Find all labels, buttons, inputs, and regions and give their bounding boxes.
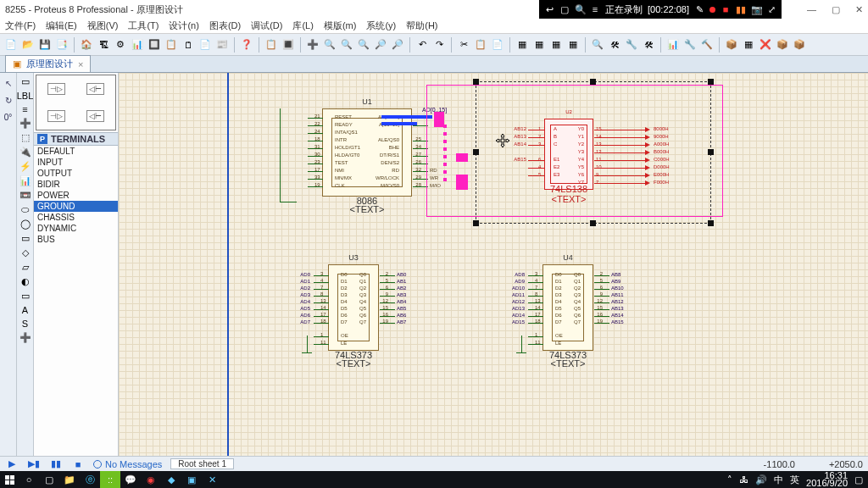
list-item[interactable]: DEFAULT xyxy=(34,146,118,157)
menu-item[interactable]: 工具(T) xyxy=(128,19,159,32)
toolbar-button[interactable]: 📄 xyxy=(490,37,505,53)
toolbar-button[interactable]: 📦 xyxy=(724,37,739,53)
pause-button[interactable]: ▮▮ xyxy=(49,458,63,470)
palette-button[interactable]: ⚡ xyxy=(19,161,31,172)
stop-button[interactable]: ■ xyxy=(71,458,85,470)
play-button[interactable]: ▶ xyxy=(5,458,19,470)
toolbar-button[interactable]: 🔧 xyxy=(682,37,698,53)
window-icon[interactable]: ▢ xyxy=(559,4,570,15)
palette-button[interactable]: 0° xyxy=(2,110,15,124)
toolbar-button[interactable]: 🔎 xyxy=(373,37,388,53)
chip-u2-74ls138[interactable]: U2 74LS138<TEXT> A1AB12B2AB13C3AB14E16AB… xyxy=(544,119,593,190)
selection-handle[interactable] xyxy=(590,220,596,226)
toolbar-button[interactable]: ▦ xyxy=(565,37,581,53)
menu-item[interactable]: 帮助(H) xyxy=(406,19,437,32)
schematic-canvas[interactable]: U1 8086<TEXT> RESET21READY22INTA/QS124IN… xyxy=(119,73,868,456)
toolbar-button[interactable]: 🔍 xyxy=(339,37,354,53)
toolbar-button[interactable]: 📂 xyxy=(20,37,36,53)
palette-button[interactable]: LBL xyxy=(17,91,34,101)
selection-handle[interactable] xyxy=(473,79,479,85)
menu-item[interactable]: 文件(F) xyxy=(5,19,36,32)
undo-icon[interactable]: ↩ xyxy=(544,4,554,15)
toolbar-button[interactable]: 📄 xyxy=(3,37,19,53)
menu-item[interactable]: 图表(D) xyxy=(209,19,241,32)
toolbar-button[interactable]: ↶ xyxy=(415,37,430,53)
toolbar-button[interactable]: ➕ xyxy=(305,37,320,53)
palette-button[interactable]: ◐ xyxy=(21,276,30,287)
toolbar-button[interactable]: 🔍 xyxy=(322,37,337,53)
notifications-icon[interactable]: ▢ xyxy=(854,474,863,485)
toolbar-button[interactable]: ▦ xyxy=(515,37,530,53)
taskbar-app-icon[interactable]: 💬 xyxy=(120,471,141,488)
toolbar-button[interactable]: ❌ xyxy=(758,37,773,53)
toolbar-button[interactable]: 📊 xyxy=(130,37,145,53)
palette-button[interactable]: 📼 xyxy=(19,190,31,201)
messages-indicator[interactable]: No Messages xyxy=(93,459,162,469)
toolbar-button[interactable]: 📰 xyxy=(214,37,230,53)
chip-u3-74ls373[interactable]: U3 74LS373<TEXT> D03AD0D14AD1D27AD2D38AD… xyxy=(328,264,379,351)
taskbar-recorder-icon[interactable]: ◉ xyxy=(141,471,161,488)
list-item[interactable]: POWER xyxy=(34,190,118,201)
toolbar-button[interactable]: 💾 xyxy=(37,37,53,53)
taskbar-edge-icon[interactable]: ⓔ xyxy=(80,471,100,488)
search-icon[interactable]: 🔍 xyxy=(575,4,585,15)
tray-volume-icon[interactable]: 🔊 xyxy=(755,474,767,485)
toolbar-button[interactable]: 🔳 xyxy=(281,37,296,53)
tray-chevron-icon[interactable]: ˄ xyxy=(727,474,732,485)
palette-button[interactable]: ◇ xyxy=(22,247,29,258)
ime-indicator[interactable]: 英 xyxy=(790,474,799,486)
toolbar-button[interactable]: 📋 xyxy=(164,37,179,53)
stop-icon[interactable]: ■ xyxy=(721,4,731,14)
menu-item[interactable]: 库(L) xyxy=(292,19,313,32)
toolbar-button[interactable]: 🛠 xyxy=(641,37,656,53)
palette-button[interactable]: ◯ xyxy=(20,219,31,230)
taskbar-app-icon[interactable]: :: xyxy=(100,471,120,488)
toolbar-button[interactable]: 📦 xyxy=(775,37,790,53)
list-item[interactable]: GROUND xyxy=(34,201,118,212)
toolbar-button[interactable]: ▦ xyxy=(531,37,547,53)
list-item[interactable]: OUTPUT xyxy=(34,168,118,179)
palette-button[interactable]: ↖ xyxy=(2,76,15,90)
toolbar-button[interactable]: 🔍 xyxy=(356,37,371,53)
list-item[interactable]: BIDIR xyxy=(34,179,118,190)
menu-item[interactable]: 设计(n) xyxy=(169,19,198,32)
clock[interactable]: 16:312016/9/20 xyxy=(806,472,848,487)
menu-icon[interactable]: ≡ xyxy=(590,4,600,14)
taskbar-taskview-icon[interactable]: ▢ xyxy=(39,471,59,488)
toolbar-button[interactable]: 📄 xyxy=(198,37,213,53)
toolbar-button[interactable]: 🔨 xyxy=(699,37,715,53)
list-item[interactable]: CHASSIS xyxy=(34,212,118,223)
menu-item[interactable]: 编辑(E) xyxy=(46,19,77,32)
palette-button[interactable]: ➕ xyxy=(19,118,31,129)
start-button[interactable] xyxy=(0,471,19,488)
system-tray[interactable]: ˄ 🖧 🔊 中 英 16:312016/9/20 ▢ xyxy=(722,472,868,487)
close-button[interactable]: ✕ xyxy=(855,4,863,15)
selection-handle[interactable] xyxy=(590,79,596,85)
chip-u4-74ls373[interactable]: U4 74LS373<TEXT> D03AD8D14AD9D27AD10D38A… xyxy=(542,264,593,351)
toolbar-button[interactable]: 🏠 xyxy=(79,37,94,53)
menu-item[interactable]: 系统(y) xyxy=(366,19,396,32)
toolbar-button[interactable]: ❓ xyxy=(239,37,254,53)
palette-button[interactable]: ▭ xyxy=(21,233,30,244)
palette-button[interactable]: ▭ xyxy=(21,76,30,87)
record-dot-icon[interactable] xyxy=(709,7,715,13)
menu-item[interactable]: 模版(m) xyxy=(324,19,357,32)
toolbar-button[interactable]: 🗒 xyxy=(181,37,196,53)
palette-button[interactable]: ↻ xyxy=(2,93,15,107)
tray-network-icon[interactable]: 🖧 xyxy=(739,474,748,485)
edit-icon[interactable]: ✎ xyxy=(694,4,704,15)
toolbar-button[interactable]: 📊 xyxy=(665,37,681,53)
taskbar-search-icon[interactable]: ○ xyxy=(19,471,39,488)
canvas-area[interactable]: U1 8086<TEXT> RESET21READY22INTA/QS124IN… xyxy=(119,73,868,456)
menu-item[interactable]: 调试(D) xyxy=(251,19,282,32)
maximize-button[interactable]: ▢ xyxy=(832,4,840,15)
expand-icon[interactable]: ⤢ xyxy=(766,4,776,15)
tab-schematic[interactable]: ▣ 原理图设计 × xyxy=(5,55,91,72)
toolbar-button[interactable]: 📋 xyxy=(264,37,279,53)
toolbar-button[interactable]: 🔧 xyxy=(624,37,639,53)
terminal-list[interactable]: DEFAULTINPUTOUTPUTBIDIRPOWERGROUNDCHASSI… xyxy=(34,146,118,456)
palette-button[interactable]: A xyxy=(22,305,28,315)
palette-button[interactable]: S xyxy=(22,319,28,329)
toolbar-button[interactable]: 📋 xyxy=(473,37,488,53)
ime-indicator[interactable]: 中 xyxy=(774,474,783,486)
